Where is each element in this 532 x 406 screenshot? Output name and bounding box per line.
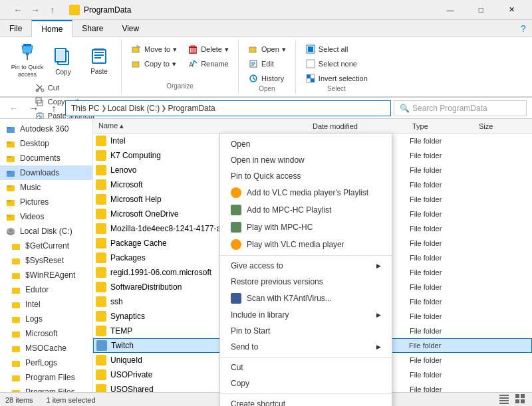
- grid-view-btn[interactable]: [513, 392, 527, 406]
- title-bar-controls: — □ ✕: [435, 0, 527, 20]
- select-group: Select all Select none Invert selection …: [296, 40, 377, 94]
- ctx-sep-1: [220, 255, 392, 256]
- up-nav-btn[interactable]: ↑: [45, 100, 63, 116]
- forward-nav-btn[interactable]: →: [25, 100, 43, 116]
- ctx-add-vlc-playlist[interactable]: Add to VLC media player's Playlist: [220, 184, 392, 201]
- svg-rect-85: [521, 394, 525, 398]
- ctx-copy[interactable]: Copy: [220, 375, 392, 391]
- sidebar: Autodesk 360 Desktop Documents Downloads…: [0, 119, 93, 392]
- ctx-create-shortcut[interactable]: Create shortcut: [220, 396, 392, 406]
- ctx-give-access[interactable]: Give access to: [220, 258, 392, 274]
- pin-quickaccess-btn[interactable]: Pin to Quickaccess: [11, 40, 44, 80]
- close-btn[interactable]: ✕: [496, 0, 527, 20]
- sidebar-item-intel[interactable]: Intel: [0, 297, 92, 312]
- ctx-cut[interactable]: Cut: [220, 359, 392, 375]
- svg-rect-46: [307, 78, 311, 82]
- edit-btn[interactable]: Edit: [244, 57, 290, 70]
- ctx-pin-start[interactable]: Pin to Start: [220, 323, 392, 339]
- invert-selection-btn[interactable]: Invert selection: [301, 72, 372, 85]
- ctx-open[interactable]: Open: [220, 136, 392, 152]
- sidebar-item-perflogs[interactable]: PerfLogs: [0, 355, 92, 370]
- sidebar-item-music[interactable]: Music: [0, 180, 92, 195]
- sidebar-item-autodesk[interactable]: Autodesk 360: [0, 122, 92, 136]
- sidebar-item-pictures[interactable]: Pictures: [0, 195, 92, 209]
- sidebar-item-desktop[interactable]: Desktop: [0, 136, 92, 151]
- sidebar-item-winreagent[interactable]: $WinREAgent: [0, 268, 92, 282]
- sidebar-item-program-files-x86[interactable]: Program Files: [0, 385, 92, 392]
- back-btn[interactable]: ←: [5, 100, 23, 116]
- quick-access-buttons: ← → ↑: [11, 3, 60, 17]
- ctx-open-new-window[interactable]: Open in new window: [220, 152, 392, 168]
- copy-to-icon: [131, 58, 142, 69]
- search-placeholder: Search ProgramData: [412, 104, 487, 113]
- maximize-btn[interactable]: □: [466, 0, 496, 20]
- tab-view[interactable]: View: [112, 20, 148, 37]
- sidebar-item-sysreset[interactable]: $SysReset: [0, 253, 92, 268]
- rename-btn[interactable]: A Rename: [184, 57, 233, 70]
- select-none-btn[interactable]: Select none: [301, 57, 372, 70]
- item-count: 28 items: [5, 396, 33, 404]
- clipboard-items: Pin to Quickaccess Copy Paste: [11, 40, 116, 81]
- copy-icon: [53, 46, 74, 67]
- copy-to-btn[interactable]: Copy to ▾: [127, 57, 181, 70]
- ctx-scan-k7[interactable]: Scan with K7AntiVirus...: [220, 290, 392, 307]
- address-parts: This PC ❯ Local Disk (C:) ❯ ProgramData: [71, 104, 215, 113]
- sidebar-item-edutor[interactable]: Edutor: [0, 282, 92, 297]
- ctx-pin-quickaccess[interactable]: Pin to Quick access: [220, 168, 392, 184]
- sidebar-item-videos[interactable]: Videos: [0, 209, 92, 224]
- ctx-play-vlc[interactable]: Play with VLC media player: [220, 236, 392, 253]
- downloads-label: Downloads: [20, 168, 59, 177]
- forward-arrow-btn[interactable]: →: [28, 3, 43, 17]
- up-arrow-btn[interactable]: ↑: [45, 3, 60, 17]
- paste-icon: [88, 45, 110, 66]
- delete-btn[interactable]: Delete ▾: [184, 43, 233, 56]
- sidebar-item-msocache[interactable]: MSOCache: [0, 341, 92, 355]
- tab-file[interactable]: File: [0, 20, 31, 37]
- col-size[interactable]: Size: [476, 122, 529, 130]
- pictures-label: Pictures: [20, 197, 49, 207]
- select-all-icon: [305, 44, 316, 54]
- back-arrow-btn[interactable]: ←: [11, 3, 25, 17]
- open-dropdown-btn[interactable]: Open ▾: [244, 43, 290, 56]
- copy-btn[interactable]: Copy: [47, 40, 80, 81]
- help-button[interactable]: ?: [515, 20, 532, 37]
- select-none-icon: [305, 58, 316, 69]
- move-icon: [131, 44, 142, 54]
- ctx-play-mpc[interactable]: Play with MPC-HC: [220, 219, 392, 236]
- svg-rect-74: [12, 390, 20, 392]
- address-box[interactable]: This PC ❯ Local Disk (C:) ❯ ProgramData: [65, 100, 391, 116]
- list-view-btn[interactable]: [497, 392, 511, 406]
- sidebar-item-logs[interactable]: Logs: [0, 312, 92, 326]
- cut-btn[interactable]: Cut: [31, 81, 98, 94]
- col-type[interactable]: Type: [410, 122, 476, 130]
- sidebar-item-program-files[interactable]: Program Files: [0, 370, 92, 385]
- view-toggle: [497, 392, 527, 406]
- move-to-btn[interactable]: Move to ▾: [127, 43, 181, 56]
- microsoft-icon: [11, 328, 21, 339]
- search-box[interactable]: 🔍 Search ProgramData: [394, 100, 527, 116]
- svg-rect-68: [12, 302, 20, 308]
- col-date[interactable]: Date modified: [310, 122, 410, 130]
- ctx-add-mpc-playlist[interactable]: Add to MPC-HC Playlist: [220, 201, 392, 219]
- ctx-include-library[interactable]: Include in library: [220, 307, 392, 323]
- ctx-send-to[interactable]: Send to: [220, 339, 392, 355]
- tab-share[interactable]: Share: [72, 20, 112, 37]
- minimize-btn[interactable]: —: [435, 0, 466, 20]
- col-name[interactable]: Name ▴: [96, 122, 310, 130]
- ctx-restore-versions[interactable]: Restore previous versions: [220, 274, 392, 290]
- sidebar-item-downloads[interactable]: Downloads: [0, 165, 92, 180]
- mpc-icon-2: [231, 222, 241, 233]
- winreagent-icon: [11, 270, 21, 280]
- sidebar-item-getcurrent[interactable]: $GetCurrent: [0, 239, 92, 253]
- sidebar-item-microsoft[interactable]: Microsoft: [0, 326, 92, 341]
- tab-home[interactable]: Home: [31, 20, 72, 37]
- svg-rect-6: [57, 50, 65, 60]
- documents-icon: [5, 153, 16, 163]
- select-all-btn[interactable]: Select all: [301, 43, 372, 56]
- invert-icon: [305, 73, 316, 84]
- svg-rect-65: [12, 258, 20, 264]
- sidebar-item-local-disk[interactable]: Local Disk (C:): [0, 224, 92, 239]
- sidebar-item-documents[interactable]: Documents: [0, 151, 92, 165]
- paste-btn[interactable]: Paste: [82, 40, 116, 80]
- history-btn[interactable]: History: [244, 72, 290, 85]
